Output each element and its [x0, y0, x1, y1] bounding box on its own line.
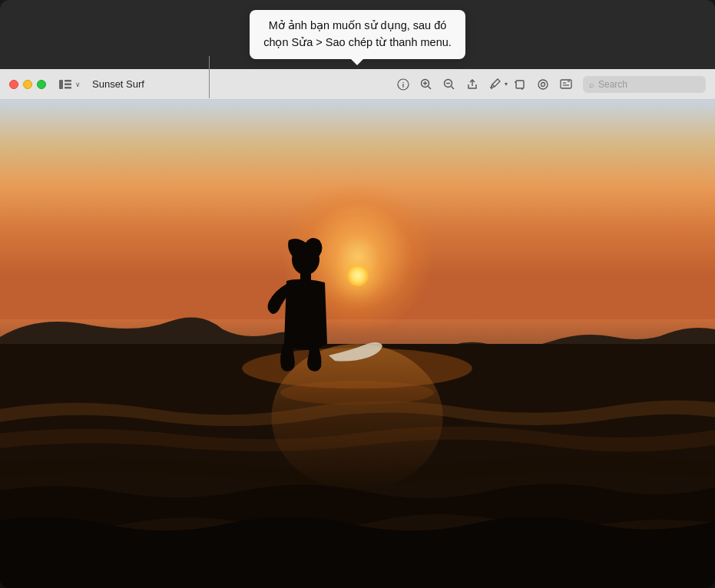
tooltip-pointer-line	[209, 56, 210, 98]
titlebar: ∨ Sunset Surf i	[0, 69, 715, 100]
sidebar-toggle-button[interactable]: ∨	[55, 78, 84, 91]
svg-rect-0	[59, 80, 63, 89]
chevron-down-icon: ∨	[75, 81, 81, 88]
window-title: Sunset Surf	[92, 78, 144, 90]
share-button[interactable]	[462, 74, 483, 95]
search-box[interactable]: ⌕	[583, 76, 706, 93]
svg-point-19	[538, 80, 548, 89]
zoom-in-button[interactable]	[415, 74, 437, 95]
pencil-button[interactable]	[485, 74, 506, 95]
minimize-button[interactable]	[23, 80, 32, 89]
tooltip-box: Mở ảnh bạn muốn sử dụng, sau đó chọn Sửa…	[250, 10, 465, 59]
app-window: Mở ảnh bạn muốn sử dụng, sau đó chọn Sửa…	[0, 0, 715, 588]
svg-line-7	[429, 86, 432, 89]
maximize-button[interactable]	[37, 80, 46, 89]
svg-rect-2	[65, 83, 71, 85]
tooltip-line1: Mở ảnh bạn muốn sử dụng, sau đó	[269, 19, 447, 31]
traffic-lights	[9, 80, 46, 89]
svg-line-11	[452, 86, 455, 89]
main-content	[0, 100, 715, 588]
pencil-chevron-icon[interactable]: ▾	[505, 81, 508, 88]
toolbar-icons: i	[392, 74, 577, 95]
svg-rect-1	[65, 80, 71, 82]
sidebar-icon	[59, 80, 71, 89]
svg-point-20	[541, 82, 545, 86]
svg-line-14	[492, 84, 495, 87]
search-input[interactable]	[598, 79, 700, 90]
crop-button[interactable]	[509, 74, 531, 95]
surfer-silhouette	[229, 236, 382, 451]
search-icon: ⌕	[589, 80, 594, 89]
svg-text:i: i	[402, 81, 405, 89]
zoom-out-button[interactable]	[439, 74, 460, 95]
svg-rect-16	[516, 81, 524, 88]
pencil-group[interactable]: ▾	[485, 74, 508, 95]
tooltip-line2: chọn Sửa > Sao chép từ thanh menu.	[263, 36, 452, 48]
tooltip-container: Mở ảnh bạn muốn sử dụng, sau đó chọn Sửa…	[0, 0, 715, 69]
close-button[interactable]	[9, 80, 18, 89]
photo-background	[0, 100, 715, 588]
target-button[interactable]	[532, 74, 554, 95]
info-button[interactable]: i	[392, 74, 414, 95]
markup-button[interactable]	[555, 74, 577, 95]
svg-rect-3	[65, 87, 71, 89]
